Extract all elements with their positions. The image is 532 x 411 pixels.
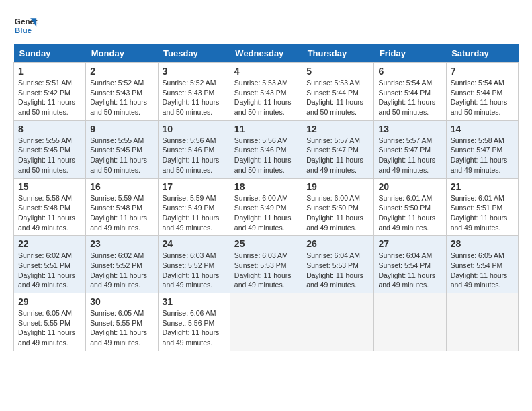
day-number: 27 bbox=[378, 238, 441, 249]
day-number: 20 bbox=[378, 181, 441, 192]
calendar-cell: 30Sunrise: 6:05 AMSunset: 5:55 PMDayligh… bbox=[86, 293, 158, 351]
day-number: 14 bbox=[451, 124, 514, 134]
calendar-week-row-5: 29Sunrise: 6:05 AMSunset: 5:55 PMDayligh… bbox=[14, 293, 519, 351]
day-number: 28 bbox=[451, 238, 514, 249]
calendar-week-row-2: 8Sunrise: 5:55 AMSunset: 5:45 PMDaylight… bbox=[14, 120, 519, 178]
day-info: Sunrise: 5:54 AMSunset: 5:44 PMDaylight:… bbox=[378, 78, 441, 118]
calendar-header-row: SundayMondayTuesdayWednesdayThursdayFrid… bbox=[14, 44, 519, 63]
day-info: Sunrise: 5:53 AMSunset: 5:44 PMDaylight:… bbox=[306, 78, 369, 118]
day-info: Sunrise: 5:56 AMSunset: 5:46 PMDaylight:… bbox=[163, 136, 226, 175]
page-header: General Blue bbox=[13, 13, 519, 38]
calendar-header-tuesday: Tuesday bbox=[158, 44, 230, 63]
day-number: 15 bbox=[18, 181, 81, 192]
day-info: Sunrise: 5:53 AMSunset: 5:43 PMDaylight:… bbox=[234, 78, 298, 118]
calendar-cell bbox=[230, 293, 302, 351]
day-info: Sunrise: 6:05 AMSunset: 5:54 PMDaylight:… bbox=[451, 250, 514, 290]
calendar-cell: 22Sunrise: 6:02 AMSunset: 5:51 PMDayligh… bbox=[14, 236, 86, 293]
day-info: Sunrise: 5:56 AMSunset: 5:46 PMDaylight:… bbox=[234, 136, 298, 175]
calendar-cell: 2Sunrise: 5:52 AMSunset: 5:43 PMDaylight… bbox=[86, 63, 158, 121]
calendar-cell: 15Sunrise: 5:58 AMSunset: 5:48 PMDayligh… bbox=[14, 178, 86, 236]
calendar-cell: 24Sunrise: 6:03 AMSunset: 5:52 PMDayligh… bbox=[158, 236, 230, 293]
calendar-cell: 8Sunrise: 5:55 AMSunset: 5:45 PMDaylight… bbox=[14, 120, 86, 178]
calendar-cell: 19Sunrise: 6:00 AMSunset: 5:50 PMDayligh… bbox=[302, 178, 374, 236]
calendar-table: SundayMondayTuesdayWednesdayThursdayFrid… bbox=[13, 44, 519, 351]
calendar-cell: 29Sunrise: 6:05 AMSunset: 5:55 PMDayligh… bbox=[14, 293, 86, 351]
calendar-cell: 14Sunrise: 5:58 AMSunset: 5:47 PMDayligh… bbox=[446, 120, 518, 178]
day-info: Sunrise: 5:58 AMSunset: 5:47 PMDaylight:… bbox=[451, 136, 514, 175]
day-info: Sunrise: 5:52 AMSunset: 5:43 PMDaylight:… bbox=[90, 78, 153, 118]
day-info: Sunrise: 6:04 AMSunset: 5:54 PMDaylight:… bbox=[378, 250, 441, 290]
calendar-cell: 6Sunrise: 5:54 AMSunset: 5:44 PMDaylight… bbox=[374, 63, 446, 121]
day-info: Sunrise: 5:57 AMSunset: 5:47 PMDaylight:… bbox=[378, 136, 441, 175]
day-number: 1 bbox=[18, 66, 81, 77]
calendar-header-friday: Friday bbox=[374, 44, 446, 63]
logo: General Blue bbox=[13, 13, 38, 38]
day-info: Sunrise: 5:55 AMSunset: 5:45 PMDaylight:… bbox=[18, 136, 81, 175]
day-info: Sunrise: 5:54 AMSunset: 5:44 PMDaylight:… bbox=[451, 78, 514, 118]
day-info: Sunrise: 5:51 AMSunset: 5:42 PMDaylight:… bbox=[18, 78, 81, 118]
calendar-cell: 23Sunrise: 6:02 AMSunset: 5:52 PMDayligh… bbox=[86, 236, 158, 293]
day-info: Sunrise: 6:00 AMSunset: 5:50 PMDaylight:… bbox=[306, 193, 369, 233]
day-number: 8 bbox=[18, 124, 81, 134]
day-number: 12 bbox=[306, 124, 369, 134]
calendar-cell: 12Sunrise: 5:57 AMSunset: 5:47 PMDayligh… bbox=[302, 120, 374, 178]
day-number: 25 bbox=[234, 238, 298, 249]
calendar-cell: 13Sunrise: 5:57 AMSunset: 5:47 PMDayligh… bbox=[374, 120, 446, 178]
day-number: 16 bbox=[90, 181, 153, 192]
calendar-cell: 27Sunrise: 6:04 AMSunset: 5:54 PMDayligh… bbox=[374, 236, 446, 293]
calendar-cell: 10Sunrise: 5:56 AMSunset: 5:46 PMDayligh… bbox=[158, 120, 230, 178]
day-info: Sunrise: 6:05 AMSunset: 5:55 PMDaylight:… bbox=[90, 308, 153, 348]
day-info: Sunrise: 5:59 AMSunset: 5:48 PMDaylight:… bbox=[90, 193, 153, 233]
day-number: 4 bbox=[234, 66, 298, 77]
calendar-cell: 4Sunrise: 5:53 AMSunset: 5:43 PMDaylight… bbox=[230, 63, 302, 121]
day-info: Sunrise: 5:55 AMSunset: 5:45 PMDaylight:… bbox=[90, 136, 153, 175]
day-number: 2 bbox=[90, 66, 153, 77]
day-info: Sunrise: 5:59 AMSunset: 5:49 PMDaylight:… bbox=[163, 193, 226, 233]
day-number: 29 bbox=[18, 296, 81, 307]
calendar-cell: 11Sunrise: 5:56 AMSunset: 5:46 PMDayligh… bbox=[230, 120, 302, 178]
day-number: 7 bbox=[451, 66, 514, 77]
calendar-cell: 31Sunrise: 6:06 AMSunset: 5:56 PMDayligh… bbox=[158, 293, 230, 351]
day-number: 24 bbox=[163, 238, 226, 249]
day-info: Sunrise: 6:05 AMSunset: 5:55 PMDaylight:… bbox=[18, 308, 81, 348]
day-number: 31 bbox=[163, 296, 226, 307]
day-number: 19 bbox=[306, 181, 369, 192]
day-number: 17 bbox=[163, 181, 226, 192]
logo-icon: General Blue bbox=[13, 13, 38, 38]
calendar-cell: 7Sunrise: 5:54 AMSunset: 5:44 PMDaylight… bbox=[446, 63, 518, 121]
calendar-week-row-1: 1Sunrise: 5:51 AMSunset: 5:42 PMDaylight… bbox=[14, 63, 519, 121]
day-info: Sunrise: 6:00 AMSunset: 5:49 PMDaylight:… bbox=[234, 193, 298, 233]
calendar-header-monday: Monday bbox=[86, 44, 158, 63]
day-number: 18 bbox=[234, 181, 298, 192]
day-info: Sunrise: 6:03 AMSunset: 5:53 PMDaylight:… bbox=[234, 250, 298, 290]
day-number: 21 bbox=[451, 181, 514, 192]
day-info: Sunrise: 6:01 AMSunset: 5:51 PMDaylight:… bbox=[451, 193, 514, 233]
day-number: 9 bbox=[90, 124, 153, 134]
day-info: Sunrise: 6:06 AMSunset: 5:56 PMDaylight:… bbox=[163, 308, 226, 348]
calendar-cell: 1Sunrise: 5:51 AMSunset: 5:42 PMDaylight… bbox=[14, 63, 86, 121]
calendar-cell: 25Sunrise: 6:03 AMSunset: 5:53 PMDayligh… bbox=[230, 236, 302, 293]
day-number: 11 bbox=[234, 124, 298, 134]
day-info: Sunrise: 6:02 AMSunset: 5:51 PMDaylight:… bbox=[18, 250, 81, 290]
calendar-cell: 28Sunrise: 6:05 AMSunset: 5:54 PMDayligh… bbox=[446, 236, 518, 293]
calendar-cell: 26Sunrise: 6:04 AMSunset: 5:53 PMDayligh… bbox=[302, 236, 374, 293]
day-info: Sunrise: 6:02 AMSunset: 5:52 PMDaylight:… bbox=[90, 250, 153, 290]
day-info: Sunrise: 6:01 AMSunset: 5:50 PMDaylight:… bbox=[378, 193, 441, 233]
day-info: Sunrise: 6:04 AMSunset: 5:53 PMDaylight:… bbox=[306, 250, 369, 290]
day-number: 23 bbox=[90, 238, 153, 249]
calendar-cell: 9Sunrise: 5:55 AMSunset: 5:45 PMDaylight… bbox=[86, 120, 158, 178]
day-number: 3 bbox=[163, 66, 226, 77]
day-number: 5 bbox=[306, 66, 369, 77]
calendar-week-row-4: 22Sunrise: 6:02 AMSunset: 5:51 PMDayligh… bbox=[14, 236, 519, 293]
calendar-header-saturday: Saturday bbox=[446, 44, 518, 63]
day-number: 26 bbox=[306, 238, 369, 249]
calendar-cell: 18Sunrise: 6:00 AMSunset: 5:49 PMDayligh… bbox=[230, 178, 302, 236]
day-number: 30 bbox=[90, 296, 153, 307]
calendar-cell: 21Sunrise: 6:01 AMSunset: 5:51 PMDayligh… bbox=[446, 178, 518, 236]
calendar-cell bbox=[374, 293, 446, 351]
svg-text:Blue: Blue bbox=[15, 26, 32, 34]
calendar-week-row-3: 15Sunrise: 5:58 AMSunset: 5:48 PMDayligh… bbox=[14, 178, 519, 236]
day-info: Sunrise: 5:57 AMSunset: 5:47 PMDaylight:… bbox=[306, 136, 369, 175]
calendar-header-thursday: Thursday bbox=[302, 44, 374, 63]
calendar-cell: 17Sunrise: 5:59 AMSunset: 5:49 PMDayligh… bbox=[158, 178, 230, 236]
